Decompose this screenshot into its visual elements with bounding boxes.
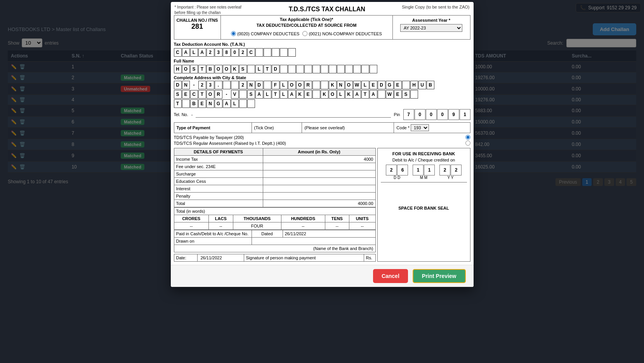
words-value: -- — [349, 222, 375, 230]
challan-modal: * Important : Please see notes overleaf … — [171, 2, 474, 287]
fullname-box: T — [264, 65, 271, 73]
address-box-empty — [410, 90, 418, 99]
tan-box-empty — [280, 48, 288, 57]
tds-regular-row: TDS/TCS Regular Assessment (Raised by I.… — [174, 141, 470, 146]
words-value: -- — [208, 222, 233, 230]
non-company-deductees-option[interactable]: (0021) NON-COMPANY DEDUCTEES — [302, 31, 382, 36]
pin-box: 7 — [403, 109, 414, 120]
tan-box: A — [198, 48, 206, 57]
dated-label: Dated — [252, 230, 283, 238]
tan-label: Tax Deduction Account No. (T.A.N.) — [174, 42, 470, 47]
company-radio[interactable] — [231, 31, 236, 36]
address-box: G — [215, 99, 222, 108]
fullname-box: B — [207, 65, 214, 73]
tds-regular-radio[interactable] — [465, 141, 470, 146]
fullname-box: S — [190, 65, 198, 73]
address-box: K — [321, 90, 328, 99]
payment-type-radios: TDS/TCS Payable by Taxpayer (200) TDS/TC… — [174, 135, 470, 146]
cancel-button[interactable]: Cancel — [373, 269, 408, 283]
address-box: N — [247, 81, 255, 89]
fullname-box-empty — [361, 65, 369, 73]
address-box: W — [353, 81, 361, 89]
fullname-box: S — [239, 65, 247, 73]
pin-box: 0 — [415, 109, 425, 120]
pin-label: Pin — [394, 112, 400, 117]
address-box — [312, 90, 320, 99]
tan-box: C — [247, 48, 255, 57]
dated-value: 26/11/2022 — [283, 230, 375, 238]
address-box: E — [198, 99, 206, 108]
tel-pin-row: Tel. No. - Pin 700091 — [174, 109, 470, 120]
words-table: Total (in words) CRORESLACSTHOUSANDSHUND… — [174, 207, 376, 230]
address-box: - — [223, 90, 231, 99]
tds-regular-label: TDS/TCS Regular Assessment (Raised by I.… — [174, 141, 463, 146]
address-box: D — [174, 81, 182, 89]
bank-title: FOR USE IN RECEIVING BANK — [381, 151, 467, 156]
payment-row: Education Cess — [174, 178, 375, 185]
important-note: * Important : Please see notes overleaf … — [175, 5, 241, 15]
address-box: L — [231, 99, 239, 108]
address-row3: T BENGAL — [174, 99, 470, 108]
drawn-on-label: Drawn on — [174, 238, 252, 245]
non-company-deductees-label: (0021) NON-COMPANY DEDUCTEES — [309, 31, 382, 36]
tax-applicable-label: Tax Applicable (Tick One)* — [222, 17, 391, 22]
fullname-box-empty — [280, 65, 288, 73]
address-label: Complete Address with City & State — [174, 75, 470, 80]
assessment-year-label: Assessment Year * — [395, 18, 468, 23]
details-header: DETAILS OF PAYMENTS — [174, 148, 263, 156]
address-box: K — [345, 90, 353, 99]
tds-payable-radio[interactable] — [465, 135, 470, 140]
address-box: A — [353, 90, 361, 99]
paid-in-cash-label: Paid in Cash/Debit to A/c /Cheque No. — [174, 230, 252, 238]
tel-label: Tel. No. — [174, 112, 188, 117]
non-company-radio[interactable] — [302, 31, 307, 36]
address-box-empty — [247, 99, 255, 108]
words-column-header: UNITS — [349, 215, 375, 222]
challan-title: T.D.S./TCS TAX CHALLAN — [252, 4, 402, 14]
mm-label: M M — [413, 175, 435, 180]
address-box: - — [190, 81, 198, 89]
payment-amount — [263, 163, 375, 170]
tan-box: A — [182, 48, 190, 57]
print-preview-button[interactable]: Print Preview — [413, 269, 466, 283]
address-box: . — [215, 81, 222, 89]
tax-deducted-label: TAX DEDUCTED/COLLECTED AT SOURCE FROM — [222, 23, 391, 28]
address-box: L — [337, 90, 345, 99]
address-box: T — [361, 90, 369, 99]
address-row1: DN-23. 2ND FLOOR KNOWLEDGE HUB — [174, 81, 470, 89]
address-box: A — [370, 90, 377, 99]
modal-footer: Cancel Print Preview — [171, 265, 474, 287]
payment-label: Income Tax — [174, 156, 263, 163]
address-box: K — [296, 90, 304, 99]
address-box: N — [182, 81, 190, 89]
please-see-cell: (Please see overleaf) — [302, 123, 394, 133]
payment-amount — [263, 178, 375, 185]
words-value: FOUR — [233, 222, 281, 230]
address-box: N — [207, 99, 214, 108]
tan-grid: CALA23802C — [174, 48, 470, 57]
assessment-year-select[interactable]: AY 2021-22 AY 2022-23 AY 2023-24 — [400, 24, 462, 32]
company-deductees-option[interactable]: (0020) COMPANY DEDUCTEES — [231, 31, 299, 36]
mm-group: 1 1 M M — [413, 165, 435, 180]
address-box: O — [207, 90, 214, 99]
payment-row: Income Tax 4000 — [174, 156, 375, 163]
total-in-words-label: Total (in words) — [174, 208, 375, 215]
code-select[interactable]: 193 — [411, 124, 429, 131]
address-box: O — [329, 90, 337, 99]
address-box: B — [190, 99, 198, 108]
tan-box: 2 — [239, 48, 247, 57]
address-box — [378, 90, 385, 99]
address-box: S — [174, 90, 182, 99]
payments-table: DETAILS OF PAYMENTS Amount (in Rs. Only)… — [174, 148, 376, 207]
date-signature-table: Date: 26/11/2022 Signature of person mak… — [174, 254, 376, 262]
fullname-box-empty — [337, 65, 345, 73]
code-label: Code * — [396, 125, 410, 130]
yy-group: 2 2 Y Y — [439, 165, 462, 180]
address-box: D — [378, 81, 385, 89]
address-box: B — [427, 81, 434, 89]
fullname-box: K — [231, 65, 239, 73]
address-box: T — [272, 90, 279, 99]
fullname-box-empty — [296, 65, 304, 73]
address-box: F — [272, 81, 279, 89]
fullname-box-empty — [304, 65, 312, 73]
